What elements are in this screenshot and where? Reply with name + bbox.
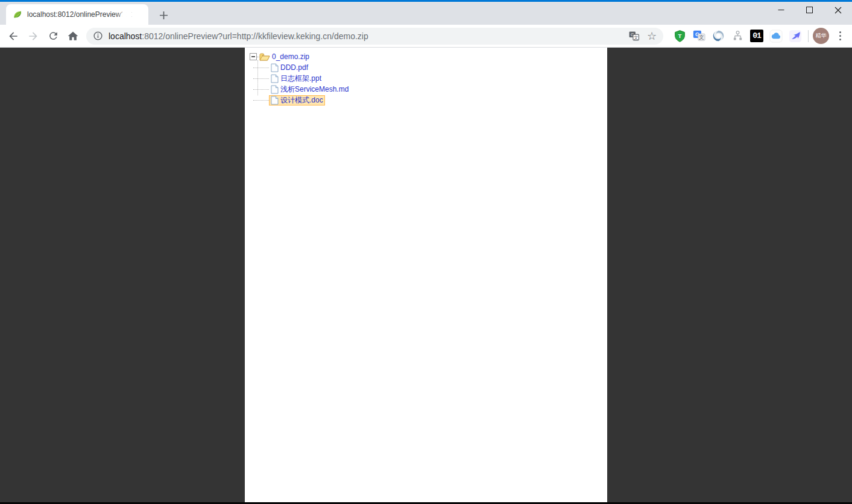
extensions-area: T G 文 [669,27,848,45]
tree-file-label: 设计模式.doc [280,95,323,106]
tree-file-label: DDD.pdf [280,63,308,72]
file-icon [271,63,279,72]
page-info-icon[interactable] [93,31,103,41]
browser-tab[interactable]: localhost:8012/onlinePreview? [6,4,148,25]
file-tree: 0_demo.zip DDD.pdf [245,48,607,106]
new-tab-button[interactable] [156,7,171,23]
tab-title: localhost:8012/onlinePreview? [27,10,122,19]
tree-file-row: 浅析ServiceMesh.md [250,84,607,95]
zip-preview-panel: 0_demo.zip DDD.pdf [245,48,607,503]
tree-file-row: 日志框架.ppt [250,73,607,84]
tree-root-row: 0_demo.zip [250,51,607,62]
spring-leaf-favicon [13,10,22,19]
file-icon [271,85,279,94]
folder-open-icon [259,52,270,61]
profile-avatar[interactable]: 精华 [813,28,829,44]
tree-file-row: DDD.pdf [250,62,607,73]
url-host: localhost [109,31,142,41]
binary-extension-label: 01 [750,30,763,42]
file-icon [271,74,279,83]
tab-strip: localhost:8012/onlinePreview? [0,2,852,25]
tree-file-row-selected: 设计模式.doc [250,95,607,106]
profile-avatar-label: 精华 [816,32,827,40]
toolbar-separator [808,30,809,42]
tree-file-label: 日志框架.ppt [280,74,321,84]
chrome-menu-icon[interactable] [832,28,848,45]
home-icon[interactable] [64,27,82,45]
translate-extension-icon[interactable]: G 文 [690,27,708,45]
tree-root-link[interactable]: 0_demo.zip [270,52,311,62]
back-icon[interactable] [4,27,22,45]
address-bar[interactable]: localhost:8012/onlinePreview?url=http://… [86,28,663,45]
minimize-button[interactable] [767,0,795,20]
tree-file-link[interactable]: 日志框架.ppt [269,74,323,84]
svg-text:文: 文 [633,35,638,40]
bird-extension-icon[interactable] [786,27,804,45]
url-path: :8012/onlinePreview?url=http://kkfilevie… [142,31,368,41]
swirl-extension-icon[interactable] [709,27,727,45]
svg-text:文: 文 [699,34,704,40]
bookmark-star-icon[interactable]: ☆ [645,30,658,43]
maximize-button[interactable] [795,0,824,20]
binary-extension-icon[interactable]: 01 [748,27,766,45]
tree-file-link-selected[interactable]: 设计模式.doc [269,95,325,106]
close-button[interactable] [824,0,852,20]
tree-root-label: 0_demo.zip [272,52,309,61]
translate-page-icon[interactable]: G 文 [627,30,640,43]
tree-file-link[interactable]: 浅析ServiceMesh.md [269,84,350,95]
forward-icon[interactable] [24,27,42,45]
url-text: localhost:8012/onlinePreview?url=http://… [109,31,622,41]
tree-file-link[interactable]: DDD.pdf [269,63,310,73]
browser-toolbar: localhost:8012/onlinePreview?url=http://… [0,25,852,48]
page-background: 0_demo.zip DDD.pdf [0,48,852,503]
file-icon [271,96,279,105]
tree-children: DDD.pdf 日志框架.ppt [250,62,607,106]
cloud-extension-icon[interactable] [767,27,785,45]
shield-extension-icon[interactable]: T [671,27,689,45]
browser-window: { "tabstrip": { "tab_title": "localhost:… [0,0,852,504]
tab-title-fade [116,7,131,22]
collapse-switch-icon[interactable] [250,53,257,60]
sitemap-extension-icon[interactable] [728,27,746,45]
svg-text:T: T [678,33,681,39]
tree-file-label: 浅析ServiceMesh.md [280,84,349,95]
window-controls [767,0,852,20]
reload-icon[interactable] [44,27,62,45]
